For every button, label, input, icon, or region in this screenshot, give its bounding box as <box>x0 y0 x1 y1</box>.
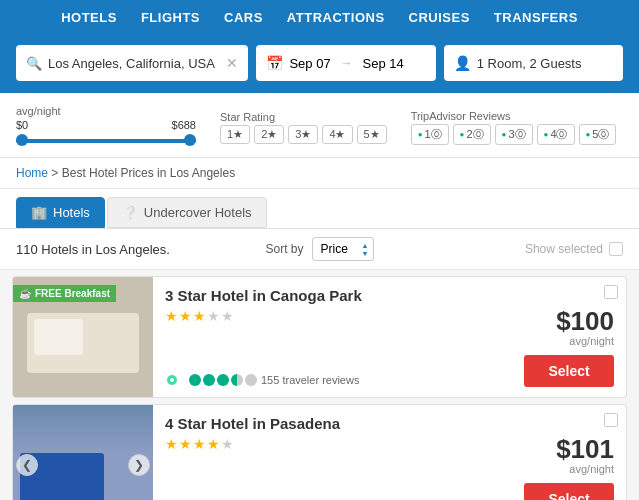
nav-cruises[interactable]: CRUISES <box>409 10 470 25</box>
guests-field[interactable]: 👤 <box>444 45 623 81</box>
hotel-1-ta-reviews: 155 traveler reviews <box>165 373 500 387</box>
slider-handle-right[interactable] <box>184 134 196 146</box>
hotel-1-review-count: 155 traveler reviews <box>261 374 359 386</box>
search-icon: 🔍 <box>26 56 42 71</box>
star-rating-filter-group: Star Rating 1★ 2★ 3★ 4★ 5★ <box>220 111 387 144</box>
location-field[interactable]: 🔍 ✕ <box>16 45 248 81</box>
nav-transfers[interactable]: TRANSFERS <box>494 10 578 25</box>
carousel-left-arrow[interactable]: ❮ <box>16 454 38 476</box>
calendar-icon: 📅 <box>266 55 283 71</box>
tabs-row: 🏢 Hotels ❔ Undercover Hotels <box>0 189 639 229</box>
hotel-2-name: 4 Star Hotel in Pasadena <box>165 415 500 432</box>
hotel-count: 110 Hotels in Los Angeles. <box>16 242 218 257</box>
hotel-1-price: $100 <box>556 306 614 337</box>
tripadvisor-logo <box>165 373 185 387</box>
hotel-2-stars: ★★★★★ <box>165 436 500 452</box>
nav-cars[interactable]: CARS <box>224 10 263 25</box>
location-input[interactable] <box>48 56 220 71</box>
sort-select[interactable]: Price <box>313 238 373 260</box>
person-icon: 👤 <box>454 55 471 71</box>
ta-1-btn[interactable]: ●1⓪ <box>411 124 449 145</box>
star-1-btn[interactable]: 1★ <box>220 125 250 144</box>
date-arrow-icon: → <box>341 56 353 70</box>
ta-3-btn[interactable]: ●3⓪ <box>495 124 533 145</box>
star-rating-label: Star Rating <box>220 111 387 123</box>
price-slider[interactable] <box>16 131 196 149</box>
hotel-2-select-button[interactable]: Select <box>524 483 614 500</box>
ta-circle-4 <box>231 374 243 386</box>
clear-location-icon[interactable]: ✕ <box>226 55 238 71</box>
ta-5-btn[interactable]: ●5⓪ <box>579 124 617 145</box>
hotel-1-name: 3 Star Hotel in Canoga Park <box>165 287 500 304</box>
date-to: Sep 14 <box>363 56 404 71</box>
hotel-card-1: ☕ FREE Breakfast 3 Star Hotel in Canoga … <box>12 276 627 398</box>
star-4-btn[interactable]: 4★ <box>322 125 352 144</box>
hotel-icon: 🏢 <box>31 205 47 220</box>
hotel-2-checkbox[interactable] <box>604 413 618 427</box>
show-selected-checkbox[interactable] <box>609 242 623 256</box>
breadcrumb-current: Best Hotel Prices in Los Angeles <box>62 166 235 180</box>
guests-input[interactable] <box>477 56 613 71</box>
tab-undercover-hotels-label: Undercover Hotels <box>144 205 252 220</box>
price-range-filter: avg/night $0 $688 <box>16 105 196 149</box>
hotel-1-image-wrap: ☕ FREE Breakfast <box>13 277 153 397</box>
sort-by-group: Sort by Price ▲ ▼ <box>218 237 420 261</box>
hotel-1-info: 3 Star Hotel in Canoga Park ★★★★★ 155 tr… <box>153 277 512 397</box>
date-from: Sep 07 <box>289 56 330 71</box>
question-icon: ❔ <box>122 205 138 220</box>
show-selected-group: Show selected <box>421 242 623 256</box>
ta-buttons: ●1⓪ ●2⓪ ●3⓪ ●4⓪ ●5⓪ <box>411 124 617 145</box>
slider-track <box>16 139 196 143</box>
hotel-1-price-sub: avg/night <box>569 335 614 347</box>
sort-select-wrapper[interactable]: Price ▲ ▼ <box>312 237 374 261</box>
breadcrumb: Home > Best Hotel Prices in Los Angeles <box>0 158 639 189</box>
filters-row: avg/night $0 $688 Star Rating 1★ 2★ 3★ 4… <box>0 93 639 158</box>
free-breakfast-label: FREE Breakfast <box>35 288 110 299</box>
ta-4-btn[interactable]: ●4⓪ <box>537 124 575 145</box>
tab-hotels[interactable]: 🏢 Hotels <box>16 197 105 228</box>
tab-undercover-hotels[interactable]: ❔ Undercover Hotels <box>107 197 267 228</box>
star-3-btn[interactable]: 3★ <box>288 125 318 144</box>
ta-circle-5 <box>245 374 257 386</box>
nav-hotels[interactable]: HOTELS <box>61 10 117 25</box>
search-bar: 🔍 ✕ 📅 Sep 07 → Sep 14 👤 <box>0 35 639 93</box>
breakfast-icon: ☕ <box>19 288 31 299</box>
ta-2-btn[interactable]: ●2⓪ <box>453 124 491 145</box>
hotel-card-2: ❮ ❯ 4 Star Hotel in Pasadena ★★★★★ $101 … <box>12 404 627 500</box>
dates-field[interactable]: 📅 Sep 07 → Sep 14 <box>256 45 435 81</box>
tripadvisor-filter-group: TripAdvisor Reviews ●1⓪ ●2⓪ ●3⓪ ●4⓪ ●5⓪ <box>411 110 617 145</box>
star-5-btn[interactable]: 5★ <box>357 125 387 144</box>
nav-attractions[interactable]: ATTRACTIONS <box>287 10 385 25</box>
price-max: $688 <box>172 119 196 131</box>
top-nav: HOTELS FLIGHTS CARS ATTRACTIONS CRUISES … <box>0 0 639 35</box>
free-breakfast-badge: ☕ FREE Breakfast <box>13 285 116 302</box>
breadcrumb-separator: > <box>51 166 61 180</box>
carousel-right-arrow[interactable]: ❯ <box>128 454 150 476</box>
slider-handle-left[interactable] <box>16 134 28 146</box>
show-selected-label: Show selected <box>525 242 603 256</box>
ta-label: TripAdvisor Reviews <box>411 110 617 122</box>
star-rating-buttons: 1★ 2★ 3★ 4★ 5★ <box>220 125 387 144</box>
hotel-2-info: 4 Star Hotel in Pasadena ★★★★★ <box>153 405 512 500</box>
hotel-2-image <box>13 405 153 500</box>
ta-circle-2 <box>203 374 215 386</box>
ta-circle-1 <box>189 374 201 386</box>
hotel-2-price: $101 <box>556 434 614 465</box>
hotel-1-checkbox[interactable] <box>604 285 618 299</box>
svg-point-1 <box>170 378 174 382</box>
hotel-2-price-sub: avg/night <box>569 463 614 475</box>
hotel-1-stars: ★★★★★ <box>165 308 500 324</box>
price-label: avg/night <box>16 105 196 117</box>
sort-row: 110 Hotels in Los Angeles. Sort by Price… <box>0 229 639 270</box>
hotel-1-ta-circles <box>189 374 257 386</box>
hotel-2-image-wrap: ❮ ❯ <box>13 405 153 500</box>
sort-by-label: Sort by <box>265 242 303 256</box>
nav-flights[interactable]: FLIGHTS <box>141 10 200 25</box>
breadcrumb-home[interactable]: Home <box>16 166 48 180</box>
ta-circle-3 <box>217 374 229 386</box>
tab-hotels-label: Hotels <box>53 205 90 220</box>
star-2-btn[interactable]: 2★ <box>254 125 284 144</box>
price-min: $0 <box>16 119 28 131</box>
hotel-1-select-button[interactable]: Select <box>524 355 614 387</box>
